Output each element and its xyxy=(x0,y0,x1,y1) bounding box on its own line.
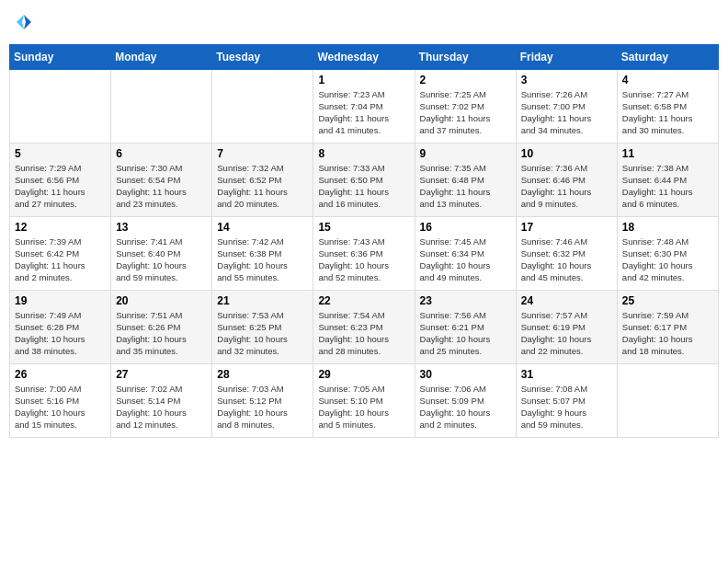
calendar-cell: 25Sunrise: 7:59 AM Sunset: 6:17 PM Dayli… xyxy=(617,290,718,363)
day-number: 21 xyxy=(217,294,309,307)
day-number: 6 xyxy=(116,147,208,160)
day-info: Sunrise: 7:26 AM Sunset: 7:00 PM Dayligh… xyxy=(521,88,613,137)
day-number: 29 xyxy=(318,368,410,381)
day-info: Sunrise: 7:23 AM Sunset: 7:04 PM Dayligh… xyxy=(318,88,410,137)
weekday-header: Wednesday xyxy=(313,44,415,69)
day-info: Sunrise: 7:00 AM Sunset: 5:16 PM Dayligh… xyxy=(15,383,107,431)
day-number: 17 xyxy=(521,221,613,234)
day-number: 18 xyxy=(622,221,714,234)
day-number: 12 xyxy=(15,221,107,234)
logo xyxy=(13,13,33,37)
calendar-week-row: 1Sunrise: 7:23 AM Sunset: 7:04 PM Daylig… xyxy=(10,69,719,143)
svg-marker-0 xyxy=(24,15,31,29)
calendar-cell xyxy=(617,363,718,437)
calendar-cell: 1Sunrise: 7:23 AM Sunset: 7:04 PM Daylig… xyxy=(313,69,415,143)
day-info: Sunrise: 7:03 AM Sunset: 5:12 PM Dayligh… xyxy=(217,383,309,431)
day-info: Sunrise: 7:46 AM Sunset: 6:32 PM Dayligh… xyxy=(521,236,613,284)
day-info: Sunrise: 7:35 AM Sunset: 6:48 PM Dayligh… xyxy=(420,162,512,211)
weekday-header: Saturday xyxy=(617,44,718,69)
calendar-cell: 30Sunrise: 7:06 AM Sunset: 5:09 PM Dayli… xyxy=(415,363,516,437)
calendar-cell: 12Sunrise: 7:39 AM Sunset: 6:42 PM Dayli… xyxy=(10,216,111,290)
day-number: 30 xyxy=(420,368,512,381)
calendar-cell: 27Sunrise: 7:02 AM Sunset: 5:14 PM Dayli… xyxy=(111,363,212,437)
day-info: Sunrise: 7:05 AM Sunset: 5:10 PM Dayligh… xyxy=(318,383,410,431)
day-info: Sunrise: 7:48 AM Sunset: 6:30 PM Dayligh… xyxy=(622,236,714,284)
calendar-cell: 17Sunrise: 7:46 AM Sunset: 6:32 PM Dayli… xyxy=(516,216,617,290)
day-info: Sunrise: 7:53 AM Sunset: 6:25 PM Dayligh… xyxy=(217,309,309,358)
day-number: 11 xyxy=(622,147,714,160)
calendar-cell: 13Sunrise: 7:41 AM Sunset: 6:40 PM Dayli… xyxy=(111,216,212,290)
logo-icon xyxy=(15,13,33,31)
day-info: Sunrise: 7:39 AM Sunset: 6:42 PM Dayligh… xyxy=(15,236,107,284)
day-number: 7 xyxy=(217,147,309,160)
calendar-cell: 16Sunrise: 7:45 AM Sunset: 6:34 PM Dayli… xyxy=(415,216,516,290)
day-number: 13 xyxy=(116,221,208,234)
calendar-cell: 21Sunrise: 7:53 AM Sunset: 6:25 PM Dayli… xyxy=(212,290,313,363)
calendar-cell: 4Sunrise: 7:27 AM Sunset: 6:58 PM Daylig… xyxy=(617,69,718,143)
calendar-cell xyxy=(111,69,212,143)
weekday-header: Tuesday xyxy=(212,44,313,69)
calendar-week-row: 5Sunrise: 7:29 AM Sunset: 6:56 PM Daylig… xyxy=(10,143,719,216)
day-number: 20 xyxy=(116,294,208,307)
day-number: 24 xyxy=(521,294,613,307)
calendar-cell: 18Sunrise: 7:48 AM Sunset: 6:30 PM Dayli… xyxy=(617,216,718,290)
day-info: Sunrise: 7:29 AM Sunset: 6:56 PM Dayligh… xyxy=(15,162,107,211)
calendar-cell: 31Sunrise: 7:08 AM Sunset: 5:07 PM Dayli… xyxy=(516,363,617,437)
calendar-cell xyxy=(212,69,313,143)
day-info: Sunrise: 7:43 AM Sunset: 6:36 PM Dayligh… xyxy=(318,236,410,284)
calendar-cell xyxy=(10,69,111,143)
calendar-cell: 28Sunrise: 7:03 AM Sunset: 5:12 PM Dayli… xyxy=(212,363,313,437)
calendar-cell: 24Sunrise: 7:57 AM Sunset: 6:19 PM Dayli… xyxy=(516,290,617,363)
day-info: Sunrise: 7:32 AM Sunset: 6:52 PM Dayligh… xyxy=(217,162,309,211)
day-number: 1 xyxy=(318,74,410,86)
day-info: Sunrise: 7:38 AM Sunset: 6:44 PM Dayligh… xyxy=(622,162,714,211)
day-number: 27 xyxy=(116,368,208,381)
calendar-cell: 14Sunrise: 7:42 AM Sunset: 6:38 PM Dayli… xyxy=(212,216,313,290)
day-info: Sunrise: 7:27 AM Sunset: 6:58 PM Dayligh… xyxy=(622,88,714,137)
day-number: 31 xyxy=(521,368,613,381)
day-info: Sunrise: 7:45 AM Sunset: 6:34 PM Dayligh… xyxy=(420,236,512,284)
day-number: 9 xyxy=(420,147,512,160)
day-info: Sunrise: 7:56 AM Sunset: 6:21 PM Dayligh… xyxy=(420,309,512,358)
day-info: Sunrise: 7:36 AM Sunset: 6:46 PM Dayligh… xyxy=(521,162,613,211)
day-number: 4 xyxy=(622,74,714,86)
day-number: 23 xyxy=(420,294,512,307)
svg-marker-1 xyxy=(17,15,24,29)
day-info: Sunrise: 7:06 AM Sunset: 5:09 PM Dayligh… xyxy=(420,383,512,431)
calendar-cell: 9Sunrise: 7:35 AM Sunset: 6:48 PM Daylig… xyxy=(415,143,516,216)
day-info: Sunrise: 7:51 AM Sunset: 6:26 PM Dayligh… xyxy=(116,309,208,358)
day-info: Sunrise: 7:25 AM Sunset: 7:02 PM Dayligh… xyxy=(420,88,512,137)
calendar-body: 1Sunrise: 7:23 AM Sunset: 7:04 PM Daylig… xyxy=(10,69,719,437)
calendar-cell: 11Sunrise: 7:38 AM Sunset: 6:44 PM Dayli… xyxy=(617,143,718,216)
calendar-cell: 20Sunrise: 7:51 AM Sunset: 6:26 PM Dayli… xyxy=(111,290,212,363)
weekday-header-row: SundayMondayTuesdayWednesdayThursdayFrid… xyxy=(10,44,719,69)
calendar-cell: 26Sunrise: 7:00 AM Sunset: 5:16 PM Dayli… xyxy=(10,363,111,437)
calendar-week-row: 12Sunrise: 7:39 AM Sunset: 6:42 PM Dayli… xyxy=(10,216,719,290)
day-number: 10 xyxy=(521,147,613,160)
day-number: 16 xyxy=(420,221,512,234)
day-info: Sunrise: 7:02 AM Sunset: 5:14 PM Dayligh… xyxy=(116,383,208,431)
calendar-cell: 23Sunrise: 7:56 AM Sunset: 6:21 PM Dayli… xyxy=(415,290,516,363)
page-header xyxy=(9,9,719,37)
day-number: 2 xyxy=(420,74,512,86)
weekday-header: Monday xyxy=(111,44,212,69)
day-number: 25 xyxy=(622,294,714,307)
calendar-cell: 22Sunrise: 7:54 AM Sunset: 6:23 PM Dayli… xyxy=(313,290,415,363)
weekday-header: Thursday xyxy=(415,44,516,69)
calendar-week-row: 26Sunrise: 7:00 AM Sunset: 5:16 PM Dayli… xyxy=(10,363,719,437)
calendar-cell: 7Sunrise: 7:32 AM Sunset: 6:52 PM Daylig… xyxy=(212,143,313,216)
calendar-cell: 3Sunrise: 7:26 AM Sunset: 7:00 PM Daylig… xyxy=(516,69,617,143)
calendar-cell: 6Sunrise: 7:30 AM Sunset: 6:54 PM Daylig… xyxy=(111,143,212,216)
calendar-week-row: 19Sunrise: 7:49 AM Sunset: 6:28 PM Dayli… xyxy=(10,290,719,363)
calendar-cell: 5Sunrise: 7:29 AM Sunset: 6:56 PM Daylig… xyxy=(10,143,111,216)
day-number: 28 xyxy=(217,368,309,381)
day-number: 5 xyxy=(15,147,107,160)
day-info: Sunrise: 7:57 AM Sunset: 6:19 PM Dayligh… xyxy=(521,309,613,358)
calendar-cell: 19Sunrise: 7:49 AM Sunset: 6:28 PM Dayli… xyxy=(10,290,111,363)
day-info: Sunrise: 7:54 AM Sunset: 6:23 PM Dayligh… xyxy=(318,309,410,358)
day-info: Sunrise: 7:30 AM Sunset: 6:54 PM Dayligh… xyxy=(116,162,208,211)
weekday-header: Friday xyxy=(516,44,617,69)
calendar-cell: 29Sunrise: 7:05 AM Sunset: 5:10 PM Dayli… xyxy=(313,363,415,437)
day-number: 3 xyxy=(521,74,613,86)
day-info: Sunrise: 7:08 AM Sunset: 5:07 PM Dayligh… xyxy=(521,383,613,431)
